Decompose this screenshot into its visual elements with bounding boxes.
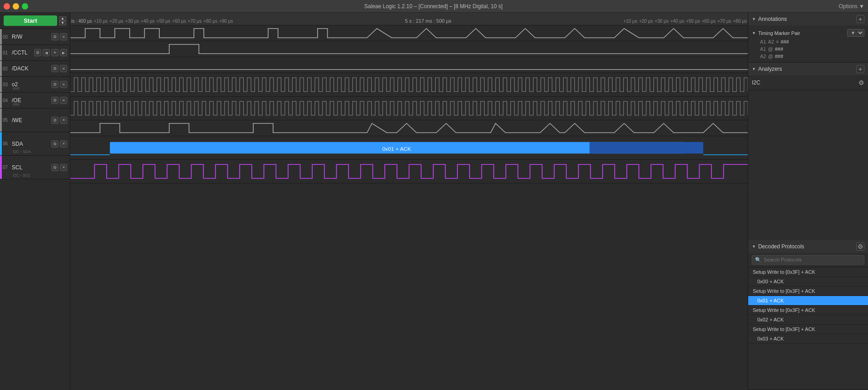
minimize-window-btn[interactable] xyxy=(13,3,19,10)
channel-icons-6 xyxy=(51,140,67,148)
decoded-protocols-settings-button[interactable]: ⚙ xyxy=(856,242,864,251)
start-arrow-up[interactable]: ▲ xyxy=(59,16,66,21)
channel-close-icon-7[interactable] xyxy=(60,164,67,171)
start-arrows: ▲ ▼ xyxy=(59,16,66,25)
channel-num-2: 02 xyxy=(3,66,11,71)
channel-gear-icon-7[interactable] xyxy=(51,164,59,171)
annotations-add-button[interactable]: + xyxy=(856,15,864,23)
protocol-item-3[interactable]: 0x01 + ACK xyxy=(748,296,868,306)
search-protocols-input[interactable] xyxy=(764,257,861,262)
wave-row-0[interactable] xyxy=(70,25,748,41)
start-btn-row: Start ▲ ▼ xyxy=(0,13,70,29)
protocol-item-5[interactable]: 0x02 + ACK xyxy=(748,315,868,325)
decoded-protocols-body: 🔍 Setup Write to [0x3F] + ACK0x00 + ACKS… xyxy=(748,253,868,390)
decoded-protocols-section: ▼ Decoded Protocols ⚙ 🔍 Setup Write to [… xyxy=(748,240,868,390)
channel-close-icon-0[interactable] xyxy=(60,33,67,40)
a1-at-label: A1 xyxy=(760,46,766,52)
annotation-eq-row: A1 A2 = ### xyxy=(752,38,864,45)
channel-arr-icon-1[interactable] xyxy=(43,49,50,56)
a2-at-label: A2 xyxy=(760,54,766,59)
analyzer-spacer xyxy=(748,90,868,240)
wave-row-4[interactable] xyxy=(70,97,748,120)
channel-sub-4: ### xyxy=(13,102,20,107)
wave-svg-1 xyxy=(70,41,748,57)
wave-row-6[interactable]: 0x01 + ACK xyxy=(70,136,748,160)
channel-color-bar-5 xyxy=(0,109,2,132)
channel-plus-icon-1[interactable] xyxy=(51,49,59,56)
channel-num-4: 04 xyxy=(3,98,11,103)
annotations-header: ▼ Annotations + xyxy=(748,13,868,25)
channel-icons-2 xyxy=(51,65,67,72)
channel-gear-icon-2[interactable] xyxy=(51,65,59,72)
i2c-analyzer-name: I2C xyxy=(752,79,760,86)
protocol-item-7[interactable]: 0x03 + ACK xyxy=(748,334,868,344)
wave-svg-3 xyxy=(70,73,748,96)
tick-10: +10 µs xyxy=(93,19,109,24)
wave-row-3[interactable] xyxy=(70,73,748,97)
tick-30: +30 µs xyxy=(124,19,140,24)
analyzers-add-button[interactable]: + xyxy=(856,65,864,73)
channel-color-bar-6 xyxy=(0,132,2,155)
channel-color-bar-0 xyxy=(0,29,2,44)
channel-close-icon-3[interactable] xyxy=(60,81,67,88)
options-button[interactable]: Options ▼ xyxy=(839,3,864,10)
protocol-item-6[interactable]: Setup Write to [0x3F] + ACK xyxy=(748,325,868,334)
channel-color-bar-3 xyxy=(0,77,2,92)
annotations-title: ▼ Annotations xyxy=(752,16,787,22)
channel-close-icon-2[interactable] xyxy=(60,65,67,72)
channel-gear-icon-5[interactable] xyxy=(51,117,59,124)
wave-row-7[interactable] xyxy=(70,160,748,183)
channel-color-bar-2 xyxy=(0,61,2,76)
channel-icons-4 xyxy=(51,97,67,104)
timing-marker-row: ▼ Timing Marker Pair ▼ xyxy=(752,28,864,38)
analyzer-gear-icon[interactable]: ⚙ xyxy=(858,79,864,86)
channel-name-2: /DACK xyxy=(12,65,51,72)
channel-right-icon-1[interactable] xyxy=(60,49,67,56)
tick-20: +20 µs xyxy=(108,19,124,24)
protocol-item-1[interactable]: 0x00 + ACK xyxy=(748,277,868,286)
wave-row-2[interactable] xyxy=(70,57,748,73)
tick2-10: +10 µs xyxy=(623,19,638,24)
start-arrow-down[interactable]: ▼ xyxy=(59,21,66,25)
channel-close-icon-6[interactable] xyxy=(60,140,67,148)
waveforms-container[interactable]: 0x01 + ACK xyxy=(70,25,748,390)
decoded-protocols-header: ▼ Decoded Protocols ⚙ xyxy=(748,240,868,253)
decoded-protocols-title: ▼ Decoded Protocols xyxy=(752,243,804,250)
channel-sub-6: I2C - SDA xyxy=(13,149,31,154)
timing-marker-dropdown[interactable]: ▼ xyxy=(847,29,864,37)
channel-gear-icon-1[interactable] xyxy=(34,49,41,56)
annotations-section: ▼ Annotations + ▼ Timing Marker Pair ▼ A… xyxy=(748,13,868,63)
wave-row-1[interactable] xyxy=(70,41,748,57)
decoded-protocols-label: Decoded Protocols xyxy=(758,243,804,250)
channel-color-bar-4 xyxy=(0,93,2,108)
close-window-btn[interactable] xyxy=(4,3,10,10)
channel-gear-icon-4[interactable] xyxy=(51,97,59,104)
tick-60: +60 µs xyxy=(171,19,187,24)
equals-sign: = xyxy=(776,39,779,44)
protocol-item-0[interactable]: Setup Write to [0x3F] + ACK xyxy=(748,267,868,277)
channel-gear-icon-6[interactable] xyxy=(51,140,59,148)
channel-gear-icon-3[interactable] xyxy=(51,81,59,88)
a2-val: ### xyxy=(775,54,783,59)
channel-close-icon-5[interactable] xyxy=(60,117,67,124)
channel-row-5: 05/WE xyxy=(0,109,70,132)
channel-name-0: R/W xyxy=(12,34,51,40)
titlebar: Saleae Logic 1.2.10 – [Connected] – [8 M… xyxy=(0,0,868,13)
start-button[interactable]: Start xyxy=(4,15,57,26)
wave-svg-0 xyxy=(70,25,748,41)
channel-gear-icon-0[interactable] xyxy=(51,33,59,40)
channel-name-5: /WE xyxy=(12,117,51,123)
channel-num-0: 00 xyxy=(3,35,11,39)
maximize-window-btn[interactable] xyxy=(22,3,28,10)
channel-close-icon-4[interactable] xyxy=(60,97,67,104)
channel-num-1: 01 xyxy=(3,50,11,55)
channel-sub-3: ### xyxy=(13,86,20,91)
wave-svg-6: 0x01 + ACK xyxy=(70,136,748,159)
wave-row-5[interactable] xyxy=(70,120,748,136)
time-center: 5 s : 217 ms : 500 µs xyxy=(234,18,622,24)
protocol-item-4[interactable]: Setup Write to [0x3F] + ACK xyxy=(748,306,868,315)
waveform-area: is : 400 µs +10 µs +20 µs +30 µs +40 µs … xyxy=(70,13,748,390)
channel-row-0: 00R/W xyxy=(0,29,70,45)
protocol-item-2[interactable]: Setup Write to [0x3F] + ACK xyxy=(748,286,868,296)
window-title: Saleae Logic 1.2.10 – [Connected] – [8 M… xyxy=(364,3,503,10)
